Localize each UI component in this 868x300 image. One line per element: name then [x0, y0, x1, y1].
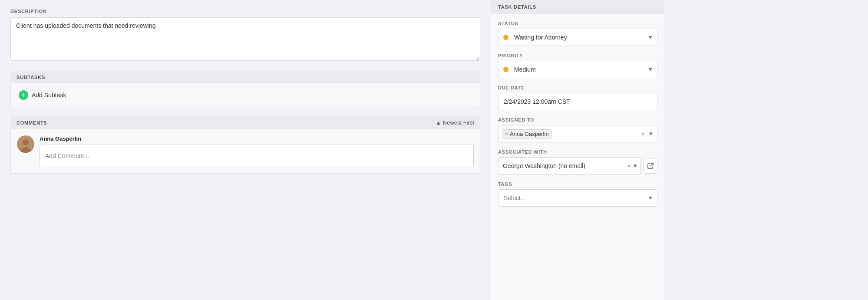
subtasks-body: + Add Subtask — [10, 83, 480, 107]
remove-assigned-button[interactable]: × — [505, 131, 508, 136]
priority-field-group: PRIORITY Medium ▼ — [498, 53, 657, 78]
comment-input[interactable] — [40, 145, 474, 167]
priority-label: PRIORITY — [498, 53, 657, 58]
task-sidebar: TASK DETAILS STATUS Waiting for Attorney… — [491, 0, 664, 300]
clear-associated-button[interactable]: × — [627, 162, 631, 169]
task-details-body: STATUS Waiting for Attorney ▼ PRIORITY M… — [491, 14, 664, 221]
task-details-header: TASK DETAILS — [491, 0, 664, 14]
comments-label: COMMENTS — [17, 120, 47, 125]
commenter-name: Anna Gasperlin — [40, 135, 474, 142]
comments-section: COMMENTS ▲ Newest First Anna Gasperlin — [10, 116, 480, 174]
associated-actions: × ▼ — [627, 162, 638, 169]
assigned-name: Anna Gasperlin — [510, 131, 549, 137]
sort-label: ▲ Newest First — [436, 119, 474, 126]
associated-with-field-group: ASSOCIATED WITH George Washington (no em… — [498, 149, 657, 175]
status-select-wrapper: Waiting for Attorney ▼ — [498, 29, 657, 46]
avatar — [17, 135, 34, 153]
external-link-button[interactable] — [644, 158, 657, 174]
comments-header: COMMENTS ▲ Newest First — [10, 116, 480, 129]
status-field-group: STATUS Waiting for Attorney ▼ — [498, 21, 657, 46]
svg-point-1 — [23, 139, 29, 145]
comments-body: Anna Gasperlin — [10, 129, 480, 174]
tags-label: TAGS — [498, 181, 657, 187]
add-subtask-button[interactable]: + Add Subtask — [17, 89, 68, 101]
assigned-chip: × Anna Gasperlin — [502, 129, 552, 138]
tags-field-group: TAGS ▼ — [498, 181, 657, 207]
status-label: STATUS — [498, 21, 657, 26]
associated-chevron-icon: ▼ — [633, 163, 638, 169]
subtasks-header: SUBTASKS — [10, 71, 480, 83]
newest-first-button[interactable]: ▲ Newest First — [436, 119, 474, 126]
status-select[interactable]: Waiting for Attorney — [498, 29, 657, 46]
subtasks-section: SUBTASKS + Add Subtask — [10, 71, 480, 107]
assigned-to-field-group: ASSIGNED TO × Anna Gasperlin × ▼ — [498, 117, 657, 142]
due-date-label: DUE DATE — [498, 85, 657, 90]
tags-input[interactable] — [498, 189, 657, 207]
priority-select[interactable]: Medium — [498, 61, 657, 78]
priority-select-wrapper: Medium ▼ — [498, 61, 657, 78]
associated-with-label: ASSOCIATED WITH — [498, 149, 657, 155]
comment-area: Anna Gasperlin — [40, 135, 474, 167]
description-textarea[interactable]: Client has uploaded documents that need … — [10, 17, 480, 61]
associated-with-field[interactable]: George Washington (no email) × ▼ — [498, 157, 641, 175]
due-date-field-group: DUE DATE — [498, 85, 657, 110]
add-subtask-label: Add Subtask — [32, 92, 66, 99]
clear-assigned-button[interactable]: × — [641, 130, 645, 137]
description-section: DESCRIPTION Client has uploaded document… — [10, 9, 480, 63]
external-link-icon — [647, 162, 654, 169]
associated-value: George Washington (no email) — [503, 162, 585, 169]
assigned-to-label: ASSIGNED TO — [498, 117, 657, 122]
plus-circle-icon: + — [19, 90, 28, 100]
assigned-to-field[interactable]: × Anna Gasperlin × ▼ — [498, 125, 657, 142]
due-date-input[interactable] — [498, 93, 657, 110]
description-label: DESCRIPTION — [10, 9, 480, 14]
tags-select-wrapper: ▼ — [498, 189, 657, 207]
assigned-chevron-icon: ▼ — [648, 131, 653, 137]
